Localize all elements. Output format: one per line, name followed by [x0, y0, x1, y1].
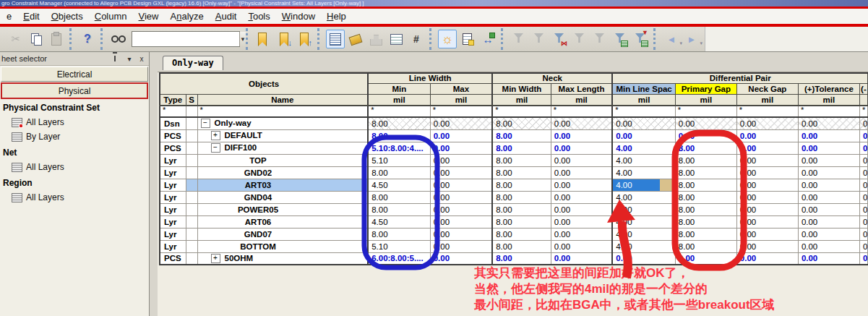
value-cell[interactable]: 0.00 — [798, 191, 859, 203]
value-cell[interactable]: 5.10 — [368, 154, 430, 166]
filter-cell[interactable]: * — [430, 106, 492, 117]
value-cell[interactable]: 0.00 — [798, 166, 859, 179]
value-cell[interactable]: 0.00 — [675, 117, 736, 129]
value-cell[interactable]: 0.00 — [430, 240, 492, 252]
value-cell[interactable]: 8.00 — [675, 191, 736, 203]
value-cell[interactable]: 0.00 — [736, 203, 798, 215]
row-name-cell[interactable]: ART03 — [197, 179, 368, 191]
row-name-cell[interactable]: BOTTOM — [197, 240, 368, 252]
menu-item-help[interactable]: Help — [321, 9, 352, 23]
design-icon[interactable] — [366, 30, 385, 48]
filter-grid-icon[interactable] — [611, 30, 629, 48]
value-cell[interactable]: 8.00 — [492, 191, 551, 203]
filter-cell[interactable]: * — [675, 106, 736, 117]
row-type-cell[interactable]: Lyr — [160, 191, 186, 203]
toolbar-combo-input[interactable] — [132, 32, 239, 46]
pin-icon[interactable] — [112, 54, 122, 63]
value-cell[interactable]: 0.00 — [736, 252, 798, 265]
row-name-cell[interactable]: GND07 — [197, 228, 368, 240]
row-type-cell[interactable]: Dsn — [160, 117, 186, 129]
value-cell[interactable]: 0.00 — [736, 179, 798, 191]
value-cell[interactable]: 0.00 — [430, 252, 492, 265]
value-cell[interactable]: 8.00 — [492, 203, 551, 215]
value-cell[interactable]: 8.00 — [675, 228, 736, 240]
value-cell[interactable]: 8.00 — [492, 142, 551, 154]
value-cell[interactable]: 4.00 — [612, 191, 675, 203]
row-type-cell[interactable]: PCS — [160, 129, 186, 142]
filter-cell[interactable]: * — [160, 106, 186, 117]
sidebar-tab-physical[interactable]: Physical — [1, 82, 148, 99]
value-cell[interactable]: 0.00 — [798, 240, 859, 252]
toolbar-combo-box[interactable]: ▼ — [132, 31, 240, 47]
filter-cell[interactable]: * — [492, 106, 551, 117]
tag-icon[interactable] — [346, 30, 365, 48]
value-cell[interactable]: 0.00 — [736, 154, 798, 166]
tree-expand-icon[interactable]: + — [211, 254, 220, 263]
worksheet-up-icon[interactable]: ↑ — [295, 30, 314, 48]
value-cell[interactable]: 8.00 — [368, 117, 430, 129]
row-select-cell[interactable] — [186, 228, 197, 240]
value-cell[interactable]: 8.00 — [675, 240, 736, 252]
menu-item-column[interactable]: Column — [89, 9, 133, 23]
value-cell[interactable]: 0.00 — [736, 240, 798, 252]
value-cell[interactable]: 0.00 — [551, 154, 612, 166]
value-cell[interactable]: 8.00 — [492, 252, 551, 265]
value-cell[interactable]: 0.00 — [736, 166, 798, 179]
forward-icon[interactable]: ▾ — [682, 30, 701, 48]
help-icon[interactable] — [78, 30, 97, 48]
value-cell[interactable]: 0.00 — [736, 191, 798, 203]
row-select-cell[interactable] — [186, 129, 197, 142]
row-type-cell[interactable]: Lyr — [160, 215, 186, 228]
value-cell[interactable]: 8.00 — [675, 203, 736, 215]
find-icon[interactable] — [109, 30, 128, 48]
row-type-cell[interactable]: Lyr — [160, 203, 186, 215]
value-cell[interactable]: 8.00 — [675, 154, 736, 166]
paste-icon[interactable] — [47, 30, 66, 48]
back-icon[interactable]: ▾ — [662, 30, 681, 48]
value-cell[interactable]: 0. — [859, 240, 867, 252]
sidebar-item-by-layer[interactable]: By Layer — [0, 129, 149, 144]
menu-item-window[interactable]: Window — [276, 9, 321, 23]
value-cell[interactable]: 8.00 — [675, 215, 736, 228]
value-cell[interactable]: 0. — [859, 142, 867, 154]
value-cell[interactable]: 8.00 — [492, 228, 551, 240]
filter-cell[interactable]: * — [798, 106, 859, 117]
row-name-cell[interactable]: GND02 — [197, 166, 368, 179]
value-cell[interactable]: 4.00 — [612, 142, 675, 154]
row-type-cell[interactable]: Lyr — [160, 166, 186, 179]
value-cell[interactable]: 0.00 — [430, 203, 492, 215]
value-cell[interactable]: 0.00 — [551, 117, 612, 129]
sidebar-item-all-layers[interactable]: All Layers — [0, 160, 149, 174]
value-cell[interactable]: 0. — [859, 215, 867, 228]
value-cell[interactable]: 8.00 — [675, 179, 736, 191]
row-type-cell[interactable]: PCS — [160, 142, 186, 154]
value-cell[interactable]: 0.00 — [551, 179, 612, 191]
chevron-down-icon[interactable]: ▾ — [124, 54, 134, 63]
value-cell[interactable]: 8.00 — [492, 215, 551, 228]
row-name-cell[interactable]: −Only-way — [197, 117, 368, 129]
value-cell[interactable]: 4.00 — [612, 166, 675, 179]
value-cell[interactable]: 4.00 — [612, 215, 675, 228]
spreadsheet-icon[interactable] — [387, 30, 405, 48]
value-cell[interactable]: 4.00 — [612, 228, 675, 240]
tree-expand-icon[interactable]: + — [211, 131, 220, 140]
value-cell[interactable]: 8.00 — [492, 166, 551, 179]
sidebar-item-all-layers[interactable]: All Layers — [0, 190, 149, 205]
value-cell[interactable]: 0.00 — [612, 252, 675, 265]
filter-net-icon[interactable] — [570, 30, 589, 48]
value-cell[interactable]: 8.00 — [492, 179, 551, 191]
filter-cell[interactable] — [186, 106, 197, 117]
value-cell[interactable]: 0.00 — [430, 179, 492, 191]
value-cell[interactable]: 0.00 — [430, 154, 492, 166]
value-cell[interactable]: 0.00 — [551, 166, 612, 179]
value-cell[interactable]: 8.00 — [368, 191, 430, 203]
value-cell[interactable]: 8.00 — [675, 166, 736, 179]
value-cell[interactable]: 0.00 — [798, 179, 859, 191]
row-name-cell[interactable]: POWER05 — [197, 203, 368, 215]
row-select-cell[interactable] — [186, 215, 197, 228]
row-name-cell[interactable]: +50OHM — [197, 252, 368, 265]
tree-collapse-icon[interactable]: − — [201, 119, 210, 128]
value-cell[interactable]: 0.00 — [430, 117, 492, 129]
row-select-cell[interactable] — [186, 179, 197, 191]
value-cell[interactable]: 4.00 — [612, 154, 675, 166]
